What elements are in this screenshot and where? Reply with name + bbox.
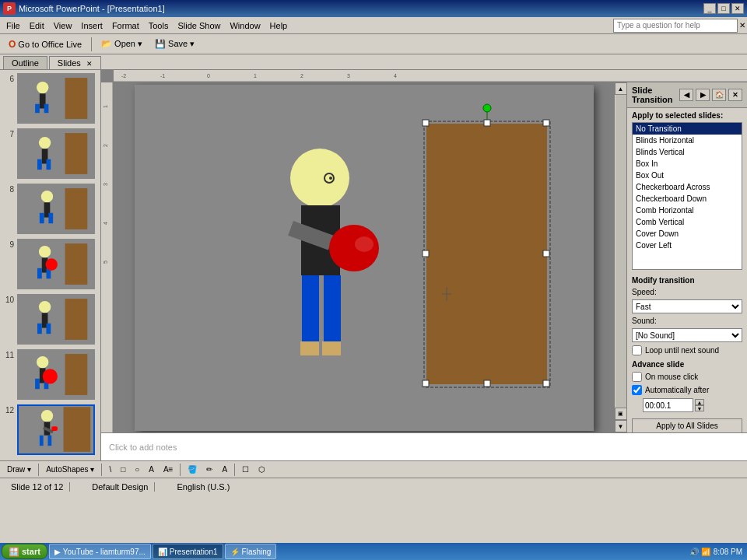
oval-tool[interactable]: ○ (131, 463, 143, 477)
panel-back-button[interactable]: ◀ (679, 89, 693, 101)
menu-window[interactable]: Window (225, 19, 265, 32)
transition-comb-h[interactable]: Comb Horizontal (633, 205, 742, 216)
design-info: Default Design (86, 482, 155, 492)
transition-cover-left[interactable]: Cover Left (633, 240, 742, 251)
svg-rect-19 (65, 243, 88, 285)
rectangle-tool[interactable]: □ (117, 463, 129, 477)
time-spinner[interactable]: ▲ ▼ (695, 399, 704, 411)
slide-thumb-8[interactable]: 8 (3, 184, 97, 234)
menu-format[interactable]: Format (107, 19, 144, 32)
loop-checkbox[interactable] (632, 345, 642, 355)
ruler-top: -2 -1 0 1 2 3 4 (114, 70, 747, 82)
transition-checkerboard-across[interactable]: Checkerboard Across (633, 181, 742, 193)
slide-thumb-12[interactable]: 12 (3, 404, 97, 455)
time-input[interactable] (643, 398, 693, 412)
svg-rect-11 (47, 159, 51, 170)
transition-checkerboard-down[interactable]: Checkerboard Down (633, 193, 742, 205)
tab-outline[interactable]: Outline (3, 56, 47, 69)
save-button[interactable]: 💾 Save ▾ (149, 36, 200, 53)
transition-blinds-v[interactable]: Blinds Vertical (633, 146, 742, 158)
youtube-icon: ▶ (54, 548, 61, 556)
slide-thumb-11[interactable]: 11 (3, 349, 97, 400)
menu-slideshow[interactable]: Slide Show (173, 19, 225, 32)
textbox-tool[interactable]: A (145, 463, 158, 477)
scroll-down-button[interactable]: ▼ (615, 420, 627, 432)
search-close-icon[interactable]: ✕ (739, 21, 745, 30)
slide-thumb-9[interactable]: 9 (3, 239, 97, 289)
tab-slides-label: Slides (58, 58, 81, 68)
line-tool[interactable]: \ (105, 463, 115, 477)
fill-color-button[interactable]: 🪣 (184, 463, 201, 477)
slide-preview-10[interactable] (17, 294, 95, 345)
svg-rect-80 (484, 380, 490, 387)
slide-main[interactable] (135, 85, 594, 431)
menu-view[interactable]: View (49, 19, 77, 32)
go-to-office-live-button[interactable]: O Go to Office Live (3, 36, 87, 53)
slide-thumb-7[interactable]: 7 (3, 128, 97, 179)
tray-time: 8:08 PM (714, 548, 742, 556)
maximize-button[interactable]: □ (717, 3, 730, 14)
svg-rect-16 (40, 213, 44, 223)
taskbar: 🪟 start ▶ YouTube - liamturm97... 📊 Pres… (0, 543, 747, 560)
menu-tools[interactable]: Tools (144, 19, 174, 32)
minimize-button[interactable]: _ (703, 3, 716, 14)
draw-menu-button[interactable]: Draw ▾ (3, 463, 35, 477)
svg-text:1: 1 (103, 105, 108, 108)
taskbar-flashing[interactable]: ⚡ Flashing (225, 544, 277, 559)
svg-rect-26 (65, 299, 88, 340)
time-spin-down[interactable]: ▼ (695, 405, 704, 411)
wordart-tool[interactable]: A≡ (160, 463, 177, 477)
menu-insert[interactable]: Insert (76, 19, 107, 32)
mouse-click-checkbox[interactable] (632, 372, 642, 382)
apply-all-button[interactable]: Apply to All Slides (632, 418, 742, 432)
transition-no-transition[interactable]: No Transition (633, 123, 742, 135)
time-spin-up[interactable]: ▲ (695, 399, 704, 405)
taskbar-youtube[interactable]: ▶ YouTube - liamturm97... (49, 544, 151, 559)
taskbar-presentation[interactable]: 📊 Presentation1 (153, 544, 223, 559)
transition-box-out[interactable]: Box Out (633, 170, 742, 181)
slide-preview-11[interactable] (17, 349, 95, 400)
menu-file[interactable]: File (2, 19, 25, 32)
line-color-button[interactable]: ✏ (202, 463, 216, 477)
open-button[interactable]: 📂 Open ▾ (96, 36, 148, 53)
transition-comb-v[interactable]: Comb Vertical (633, 216, 742, 228)
slide-preview-6[interactable] (17, 73, 95, 124)
panel-close-button[interactable]: ✕ (728, 89, 742, 101)
sound-select[interactable]: [No Sound] Applause Arrow (632, 328, 742, 342)
search-input[interactable] (613, 19, 738, 33)
panel-forward-button[interactable]: ▶ (696, 89, 710, 101)
slide-preview-9[interactable] (17, 239, 95, 289)
slide-preview-12[interactable] (17, 404, 95, 455)
3d-button[interactable]: ⬡ (254, 463, 269, 477)
notes-area[interactable]: Click to add notes (101, 432, 747, 460)
menu-edit[interactable]: Edit (25, 19, 49, 32)
scroll-expand-button[interactable]: ▣ (615, 408, 627, 420)
transition-cover-down[interactable]: Cover Down (633, 228, 742, 240)
transition-box-in[interactable]: Box In (633, 158, 742, 170)
sound-select-row: [No Sound] Applause Arrow (632, 328, 742, 342)
flashing-icon: ⚡ (230, 548, 240, 556)
scroll-track[interactable] (615, 95, 626, 408)
shadow-button[interactable]: ☐ (238, 463, 253, 477)
tab-slides-close[interactable]: ✕ (86, 60, 93, 68)
font-color-button[interactable]: A (218, 463, 231, 477)
scroll-up-button[interactable]: ▲ (615, 82, 627, 95)
speed-select[interactable]: Fast Medium Slow (632, 299, 742, 313)
slide-num-10: 10 (3, 296, 14, 304)
panel-home-button[interactable]: 🏠 (712, 89, 726, 101)
rect-icon: □ (121, 465, 125, 474)
start-button[interactable]: 🪟 start (2, 544, 47, 559)
close-button[interactable]: ✕ (731, 3, 744, 14)
svg-rect-17 (48, 213, 53, 223)
auto-after-checkbox[interactable] (632, 385, 642, 395)
slide-preview-7[interactable] (17, 128, 95, 179)
autoshapes-button[interactable]: AutoShapes ▾ (42, 463, 98, 477)
menu-help[interactable]: Help (265, 19, 293, 32)
tab-slides[interactable]: Slides ✕ (49, 56, 101, 69)
transition-list[interactable]: No Transition Blinds Horizontal Blinds V… (632, 122, 742, 270)
svg-point-40 (41, 410, 53, 422)
slide-thumb-6[interactable]: 6 (3, 73, 97, 124)
slide-preview-8[interactable] (17, 184, 95, 234)
slide-thumb-10[interactable]: 10 (3, 294, 97, 345)
transition-blinds-h[interactable]: Blinds Horizontal (633, 135, 742, 146)
